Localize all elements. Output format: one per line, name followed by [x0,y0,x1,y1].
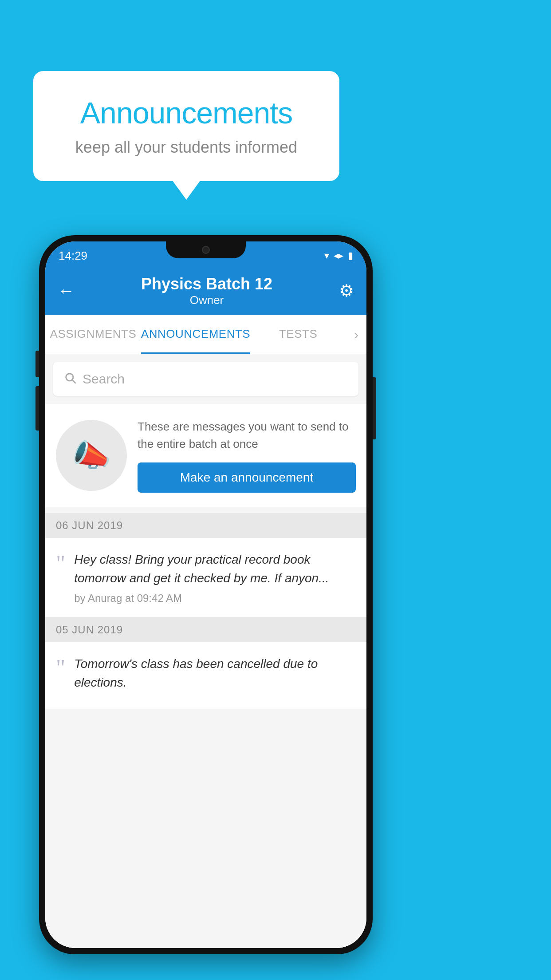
search-bar[interactable]: Search [53,362,358,396]
status-time: 14:29 [59,249,87,263]
phone-notch [166,241,246,258]
settings-icon[interactable]: ⚙ [339,281,354,300]
wifi-icon: ▾ [324,250,329,261]
header-subtitle: Owner [141,293,272,307]
tab-announcements[interactable]: ANNOUNCEMENTS [141,315,250,354]
date-separator-1: 06 JUN 2019 [45,513,366,538]
make-announcement-button[interactable]: Make an announcement [138,462,356,493]
announcement-meta-1: by Anurag at 09:42 AM [74,592,356,605]
phone-container: 14:29 ▾ ◂▸ ▮ ← Physics Batch 12 Owner ⚙ [39,235,373,954]
speech-bubble: Announcements keep all your students inf… [33,71,339,181]
tab-assignments[interactable]: ASSIGNMENTS [45,315,141,354]
app-header: ← Physics Batch 12 Owner ⚙ [45,266,366,315]
signal-icon: ◂▸ [334,250,343,261]
search-icon [64,371,76,387]
announcement-prompt: 📣 These are messages you want to send to… [45,404,366,507]
quote-icon-2: " [56,656,65,680]
battery-icon: ▮ [348,250,353,261]
megaphone-icon: 📣 [72,437,111,474]
search-placeholder: Search [83,371,125,387]
camera-dot [202,246,210,254]
volume-down-button [35,386,39,431]
phone-screen: 14:29 ▾ ◂▸ ▮ ← Physics Batch 12 Owner ⚙ [45,241,366,948]
announcement-message-2: Tomorrow's class has been cancelled due … [74,655,356,692]
announcement-item-2: " Tomorrow's class has been cancelled du… [45,642,366,709]
announcement-right: These are messages you want to send to t… [138,418,356,493]
megaphone-circle: 📣 [56,420,127,491]
announcement-text-area-1: Hey class! Bring your practical record b… [74,550,356,605]
bubble-title: Announcements [60,95,313,130]
date-separator-2: 05 JUN 2019 [45,617,366,642]
header-title: Physics Batch 12 [141,275,272,293]
tab-tests[interactable]: TESTS [250,315,346,354]
announcement-text-area-2: Tomorrow's class has been cancelled due … [74,655,356,696]
svg-line-1 [72,380,75,383]
tabs-container: ASSIGNMENTS ANNOUNCEMENTS TESTS › [45,315,366,354]
quote-icon-1: " [56,552,65,575]
bubble-subtitle: keep all your students informed [60,138,313,157]
announcement-message-1: Hey class! Bring your practical record b… [74,550,356,588]
speech-bubble-container: Announcements keep all your students inf… [33,71,339,181]
tabs-more-icon[interactable]: › [346,327,366,342]
power-button [373,377,376,439]
content-area: Search 📣 These are messages you want to … [45,354,366,948]
header-center: Physics Batch 12 Owner [141,275,272,307]
status-icons: ▾ ◂▸ ▮ [324,250,353,261]
phone-outer: 14:29 ▾ ◂▸ ▮ ← Physics Batch 12 Owner ⚙ [39,235,373,954]
back-button[interactable]: ← [58,281,75,300]
volume-up-button [35,351,39,377]
announcement-item-1: " Hey class! Bring your practical record… [45,538,366,617]
announcement-description: These are messages you want to send to t… [138,418,356,453]
